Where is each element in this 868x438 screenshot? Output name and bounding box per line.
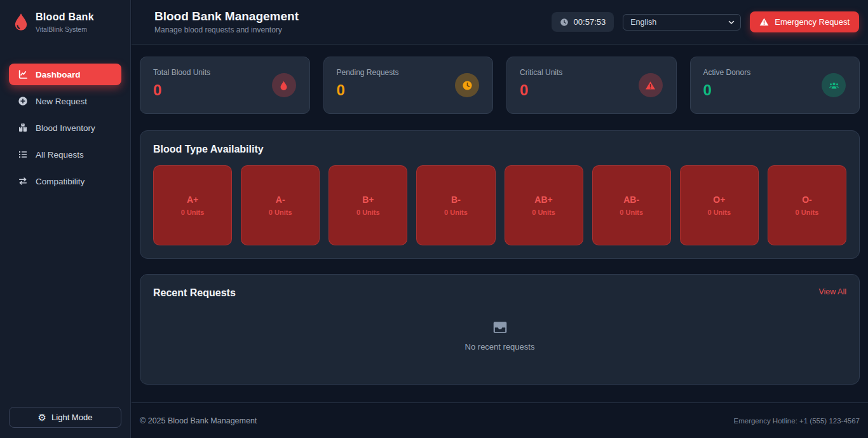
- sidebar-item-label: Compatibility: [36, 177, 85, 186]
- blood-type-card-ab-pos[interactable]: AB+ 0 Units: [505, 165, 583, 245]
- app-logo: Blood Bank VitalBlink System: [9, 11, 121, 33]
- app-name: Blood Bank: [36, 11, 94, 23]
- page-subtitle: Manage blood requests and inventory: [154, 25, 299, 34]
- clock-icon: [455, 73, 479, 97]
- blood-units-label: 0 Units: [796, 209, 819, 216]
- sidebar-nav: Dashboard New Request Blood Inventory: [9, 64, 121, 192]
- blood-type-card-a-neg[interactable]: A- 0 Units: [241, 165, 320, 245]
- sidebar-item-label: All Requests: [36, 150, 84, 160]
- stat-card-active-donors: Active Donors 0: [690, 57, 860, 114]
- session-clock-badge: 00:57:53: [552, 12, 614, 32]
- sidebar-item-blood-inventory[interactable]: Blood Inventory: [9, 117, 121, 139]
- blood-drop-icon: [14, 13, 28, 32]
- section-title: Blood Type Availability: [153, 144, 846, 155]
- stat-label: Critical Units: [520, 68, 663, 77]
- language-select-wrap: English: [623, 14, 741, 31]
- stat-label: Total Blood Units: [153, 68, 297, 77]
- clock-icon: [560, 18, 569, 27]
- recent-requests-section: Recent Requests View All No recent reque…: [140, 274, 860, 385]
- blood-type-card-o-neg[interactable]: O- 0 Units: [768, 165, 846, 245]
- blood-type-label: B-: [451, 195, 461, 205]
- inbox-icon: [492, 319, 508, 336]
- emergency-request-button[interactable]: Emergency Request: [750, 11, 859, 32]
- blood-type-label: A-: [276, 195, 285, 205]
- light-mode-label: Light Mode: [51, 413, 92, 422]
- stat-label: Pending Requests: [337, 68, 480, 77]
- users-icon: [822, 73, 846, 97]
- blood-type-card-b-pos[interactable]: B+ 0 Units: [329, 165, 407, 245]
- empty-state: No recent requests: [153, 299, 846, 371]
- blood-type-grid: A+ 0 Units A- 0 Units B+ 0 Units B- 0 Un…: [153, 165, 846, 245]
- sidebar-item-all-requests[interactable]: All Requests: [9, 144, 121, 165]
- chart-line-icon: [18, 69, 28, 79]
- blood-type-label: AB-: [623, 195, 639, 205]
- blood-units-label: 0 Units: [707, 209, 731, 216]
- footer: © 2025 Blood Bank Management Emergency H…: [132, 402, 868, 438]
- stat-card-critical-units: Critical Units 0: [506, 57, 677, 114]
- warning-icon: [759, 17, 769, 27]
- blood-type-label: B+: [362, 195, 374, 205]
- dashboard-content: Total Blood Units 0 Pending Requests 0 C…: [132, 44, 868, 385]
- sidebar-item-label: Blood Inventory: [36, 123, 95, 133]
- warning-icon: [639, 73, 663, 97]
- circle-plus-icon: [18, 96, 28, 106]
- app-system-name: VitalBlink System: [36, 25, 94, 33]
- blood-units-label: 0 Units: [269, 209, 292, 216]
- topbar: Blood Bank Management Manage blood reque…: [132, 0, 868, 44]
- stat-card-pending-requests: Pending Requests 0: [323, 57, 494, 114]
- blood-type-label: AB+: [534, 195, 552, 205]
- page-title: Blood Bank Management: [154, 10, 299, 24]
- blood-type-label: O+: [713, 195, 725, 205]
- blood-type-card-b-neg[interactable]: B- 0 Units: [416, 165, 495, 245]
- language-select[interactable]: English: [623, 14, 741, 31]
- gear-icon: ⚙: [38, 413, 46, 422]
- blood-type-card-ab-neg[interactable]: AB- 0 Units: [592, 165, 671, 245]
- blood-units-label: 0 Units: [620, 209, 643, 216]
- blood-units-label: 0 Units: [532, 209, 555, 216]
- blood-units-label: 0 Units: [444, 209, 468, 216]
- copyright-text: © 2025 Blood Bank Management: [140, 416, 257, 425]
- droplet-icon: [272, 73, 296, 97]
- exchange-icon: [18, 176, 28, 186]
- sidebar-item-label: New Request: [36, 97, 87, 106]
- blood-type-availability-section: Blood Type Availability A+ 0 Units A- 0 …: [140, 130, 860, 259]
- empty-state-text: No recent requests: [465, 342, 535, 352]
- main-area: Blood Bank Management Manage blood reque…: [132, 0, 868, 438]
- clock-value: 00:57:53: [574, 17, 606, 27]
- sidebar-item-dashboard[interactable]: Dashboard: [9, 64, 121, 85]
- view-all-link[interactable]: View All: [818, 287, 846, 296]
- blood-units-label: 0 Units: [181, 209, 205, 216]
- blood-units-label: 0 Units: [356, 209, 380, 216]
- blood-type-card-o-pos[interactable]: O+ 0 Units: [680, 165, 759, 245]
- blood-type-label: O-: [802, 195, 812, 205]
- sidebar-item-new-request[interactable]: New Request: [9, 90, 121, 112]
- blood-type-label: A+: [187, 195, 198, 205]
- stat-label: Active Donors: [703, 68, 847, 77]
- emergency-request-label: Emergency Request: [775, 17, 850, 27]
- light-mode-toggle-button[interactable]: ⚙ Light Mode: [9, 407, 121, 428]
- stats-row: Total Blood Units 0 Pending Requests 0 C…: [140, 57, 860, 114]
- sidebar-item-label: Dashboard: [36, 70, 81, 79]
- inventory-icon: [18, 123, 28, 133]
- list-icon: [18, 149, 28, 160]
- stat-card-total-blood-units: Total Blood Units 0: [140, 57, 310, 114]
- section-title: Recent Requests: [153, 287, 236, 299]
- hotline-text: Emergency Hotline: +1 (555) 123-4567: [734, 417, 860, 425]
- blood-type-card-a-pos[interactable]: A+ 0 Units: [153, 165, 232, 245]
- sidebar: Blood Bank VitalBlink System Dashboard N…: [0, 0, 131, 438]
- sidebar-item-compatibility[interactable]: Compatibility: [9, 170, 121, 192]
